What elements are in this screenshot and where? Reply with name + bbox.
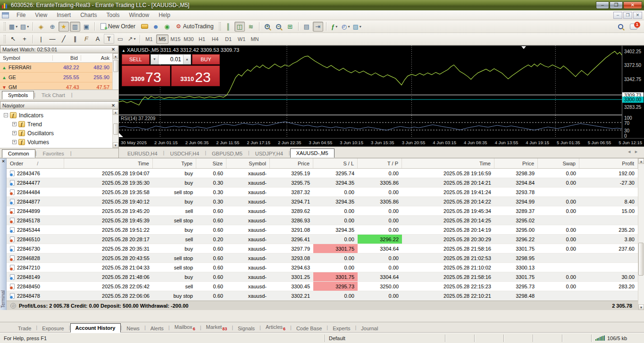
text-label-button[interactable]: T [104, 34, 114, 44]
column-header-sl[interactable]: S / L [313, 158, 358, 168]
terminal-tab-account-history[interactable]: Account History [70, 323, 121, 333]
timeframe-w1[interactable]: W1 [235, 34, 248, 44]
order-row[interactable]: 228465102025.05.28 20:28:17sell0.20xauus… [7, 235, 638, 244]
tab-favorites[interactable]: Favorites [36, 149, 70, 158]
tree-item-trend[interactable]: +fTrend [0, 120, 112, 129]
menu-window[interactable]: Window [125, 11, 154, 19]
timeframe-m15[interactable]: M15 [169, 34, 182, 44]
chart-shift-button[interactable]: ⇥ [313, 22, 323, 32]
terminal-tab-exposure[interactable]: Exposure [37, 324, 68, 333]
child-restore-button[interactable]: ❐ [623, 12, 632, 19]
depth-of-market-button[interactable] [139, 22, 150, 32]
timeframe-h1[interactable]: H1 [196, 34, 208, 44]
order-row[interactable]: 228467302025.05.28 20:35:31buy0.60xauusd… [7, 244, 638, 253]
toolbar-grip[interactable] [219, 22, 221, 31]
navigator-close-icon[interactable]: ✕ [110, 103, 116, 108]
scroll-up-icon[interactable]: ▲ [113, 109, 118, 115]
new-chart-button[interactable]: ▦▾ [8, 22, 18, 32]
order-row[interactable]: 228472102025.05.28 21:04:33sell stop0.60… [7, 263, 638, 272]
line-chart-button[interactable]: ≋ [246, 22, 256, 32]
menu-file[interactable]: File [12, 11, 30, 19]
sell-price-panel[interactable]: 330973 [122, 65, 170, 86]
terminal-tab-experts[interactable]: Experts [328, 324, 355, 333]
trendline-button[interactable]: ╱ [59, 34, 69, 44]
menu-tools[interactable]: Tools [102, 11, 125, 19]
terminal-tab-news[interactable]: News [122, 324, 144, 333]
scrollbar-thumb[interactable] [638, 243, 644, 276]
auto-arrange-button[interactable]: ▤ [301, 22, 312, 32]
column-header-tp[interactable]: T / P [358, 158, 402, 168]
terminal-tab-signals[interactable]: Signals [233, 324, 259, 333]
column-header-price[interactable]: Price [270, 158, 313, 168]
menu-view[interactable]: View [30, 11, 52, 19]
column-header-size[interactable]: Size [196, 158, 226, 168]
terminal-tab-code-base[interactable]: Code Base [292, 324, 326, 333]
market-watch-row[interactable]: ▲FERRARI482.22482.90 [0, 63, 112, 73]
market-watch-row[interactable]: ▼GM47.4347.57 [0, 82, 112, 90]
terminal-tab-trade[interactable]: Trade [13, 324, 36, 333]
market-watch-close-icon[interactable]: ✕ [110, 47, 116, 52]
chart-tab-xauusd-m5[interactable]: XAUUSD-,M5 [290, 148, 335, 158]
expander-icon[interactable]: − [4, 113, 8, 117]
status-profile[interactable]: Default [325, 335, 445, 342]
rsi-indicator-pane[interactable]: RSI(14) 37.2209 [119, 115, 622, 137]
periods-button[interactable]: ◴▾ [341, 22, 351, 32]
shapes-button[interactable]: ▭ [115, 34, 125, 44]
timeframe-m1[interactable]: M1 [143, 34, 155, 44]
column-header-time[interactable]: Time [402, 158, 494, 168]
chart-tab-gbpusd-m5[interactable]: GBPUSD,M5 [206, 149, 248, 158]
table-scrollbar[interactable]: ▲ ▼ [638, 158, 644, 310]
timeframe-d1[interactable]: D1 [222, 34, 234, 44]
buy-button[interactable]: BUY [192, 54, 220, 65]
chart-collapse-icon[interactable]: ▲ [122, 49, 125, 53]
minimize-button[interactable]: – [596, 1, 609, 9]
order-row[interactable]: 228468282025.05.28 20:43:55sell stop0.60… [7, 253, 638, 263]
order-row[interactable]: 228444772025.05.28 19:35:30buy0.30xauusd… [7, 178, 638, 188]
terminal-close-icon[interactable]: ✕ [0, 159, 6, 164]
toolbar-grip[interactable] [4, 22, 6, 31]
crosshair-target-icon[interactable]: ⊕ [47, 22, 58, 32]
autotrading-button[interactable]: ⚙AutoTrading [173, 22, 217, 31]
status-connection[interactable]: 106/5 kb [591, 335, 644, 342]
signals-button[interactable]: ◉ [162, 22, 172, 32]
sell-button[interactable]: SELL [122, 54, 150, 65]
close-button[interactable]: ✕ [623, 1, 642, 9]
navigator-scrollbar[interactable]: ▲ ▼ [112, 109, 118, 148]
search-icon[interactable] [618, 24, 623, 29]
zoom-out-button[interactable]: − [274, 22, 284, 32]
order-row[interactable]: 228453442025.05.28 19:51:22buy0.60xauusd… [7, 225, 638, 235]
scroll-down-icon[interactable]: ▼ [638, 304, 644, 310]
toolbar-grip[interactable] [4, 35, 6, 43]
child-window-icon[interactable] [2, 12, 9, 18]
terminal-tab-mailbox[interactable]: Mailbox6 [170, 323, 200, 333]
column-header-swap[interactable]: Swap [538, 158, 579, 168]
templates-button[interactable]: ▨▾ [352, 22, 362, 32]
expander-icon[interactable]: + [12, 131, 17, 135]
market-watch-toggle-button[interactable]: ▥ [70, 22, 80, 32]
chart-tab-eurusd-h4[interactable]: EURUSD,H4 [122, 149, 163, 158]
menu-insert[interactable]: Insert [52, 11, 75, 19]
tab-scroll-arrows[interactable]: ◄► [627, 149, 641, 154]
tree-item-oscillators[interactable]: +fOscillators [0, 129, 112, 138]
scrollbar-thumb[interactable] [113, 60, 118, 72]
indicators-button[interactable]: ƒ▾ [329, 22, 340, 32]
scroll-up-icon[interactable]: ▲ [113, 53, 118, 59]
order-row[interactable]: 228484782025.05.28 22:06:06buy stop0.60x… [7, 291, 638, 301]
market-watch-scrollbar[interactable]: ▲ [112, 53, 118, 90]
order-row[interactable]: 228484502025.05.28 22:05:42sell0.60xauus… [7, 282, 638, 291]
data-window-button[interactable]: ▣ [81, 22, 92, 32]
terminal-tab-market[interactable]: Market83 [201, 323, 232, 333]
column-header-order[interactable]: Order/ [7, 158, 64, 168]
volume-down-icon[interactable]: ▼ [151, 55, 159, 64]
terminal-tab-journal[interactable]: Journal [356, 324, 383, 333]
community-button[interactable]: ☻ [151, 22, 161, 32]
tab-tick-chart[interactable]: Tick Chart [35, 91, 71, 99]
scroll-down-icon[interactable]: ▼ [113, 142, 118, 148]
order-row[interactable]: 228434762025.05.28 19:04:07buy0.60xauusd… [7, 169, 638, 178]
timeframe-mn[interactable]: MN [249, 34, 261, 44]
restore-button[interactable]: ❐ [610, 1, 623, 9]
arrows-tool-button[interactable]: ↗▾ [126, 34, 137, 44]
menu-charts[interactable]: Charts [75, 11, 101, 19]
terminal-tab-articles[interactable]: Articles6 [261, 323, 290, 333]
market-watch-row[interactable]: ▲GE255.55255.90 [0, 73, 112, 82]
